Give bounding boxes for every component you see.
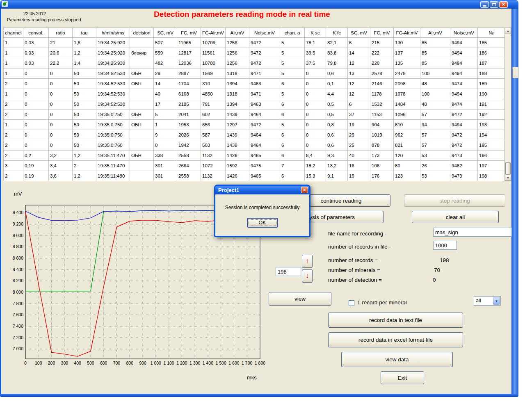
table-row[interactable]: 10,0320,61,219:34:25:920блокир5591281711… [4, 48, 505, 58]
table-cell: 5 [280, 68, 305, 79]
table-cell [130, 99, 154, 110]
column-header: FC-Air,mV [201, 28, 226, 38]
table-cell: 5 [280, 89, 305, 99]
table-cell: 4,4 [326, 89, 348, 99]
table-cell: 16 [348, 161, 370, 171]
table-cell: 21 [49, 38, 73, 48]
table-cell: 2041 [177, 110, 201, 120]
session-complete-dialog: Project1 × Session is completed successf… [214, 185, 310, 237]
dialog-close-button[interactable]: × [301, 187, 308, 193]
table-cell: 195 [478, 140, 505, 151]
close-button[interactable]: × [499, 1, 508, 8]
records-in-file-input[interactable] [433, 241, 457, 250]
table-row[interactable]: 1005019:35:0:750ОБН1195365612979472500,8… [4, 120, 505, 130]
table-cell: 193 [478, 120, 505, 130]
table-row[interactable]: 20,23,21,219:35:11:470ОБН338255811321426… [4, 151, 505, 161]
table-cell: 0 [305, 130, 326, 140]
table-cell: 9472 [249, 38, 280, 48]
dialog-titlebar[interactable]: Project1 × [215, 186, 309, 194]
table-cell: 187 [478, 58, 505, 68]
table-cell: 197 [478, 161, 505, 171]
filter-dropdown[interactable]: all ▼ [474, 296, 501, 306]
table-cell: 507 [154, 38, 177, 48]
table-cell: 0 [23, 68, 49, 79]
scroll-up-button[interactable]: ▲ [505, 28, 511, 34]
table-cell: 0 [23, 110, 49, 120]
table-cell: 1394 [226, 79, 249, 89]
minimize-button[interactable] [480, 1, 489, 8]
window-left-border [0, 9, 1, 394]
table-cell: 821 [394, 140, 420, 151]
table-row[interactable]: 2005019:35:0:7509202658714399464600,6291… [4, 130, 505, 140]
column-header: FC-Air,mV [394, 28, 420, 38]
table-cell: 1426 [226, 171, 249, 181]
view-data-button[interactable]: view data [341, 352, 453, 367]
table-cell: 5 [280, 58, 305, 68]
table-row[interactable]: 1005019:34:52:530406168485013189471504,4… [4, 89, 505, 99]
num-records-label: number of records = [328, 257, 378, 263]
table-cell: 9463 [249, 99, 280, 110]
table-row[interactable]: 1005019:34:52:530ОБН29288715691318947150… [4, 68, 505, 79]
clear-all-button[interactable]: clear all [412, 211, 499, 223]
scroll-down-icon: ▼ [507, 176, 509, 179]
table-row[interactable]: 10,0322,21,419:34:25:9304821203610780125… [4, 58, 505, 68]
table-cell: 220 [370, 58, 394, 68]
table-cell: 17 [154, 99, 177, 110]
table-cell: 50 [73, 89, 96, 99]
table-cell: 0 [305, 79, 326, 89]
table-cell: 48 [420, 99, 450, 110]
table-row[interactable]: 2005019:34:52:530ОБН14170431013949463600… [4, 79, 505, 89]
table-row[interactable]: 2005019:35:0:750ОБН5204160214399464600,5… [4, 110, 505, 120]
table-cell: ОБН [130, 79, 154, 89]
table-cell: 2578 [370, 68, 394, 79]
exit-button[interactable]: Exit [381, 371, 424, 384]
table-cell: 85 [420, 58, 450, 68]
scroll-down-button[interactable]: ▼ [505, 175, 511, 181]
table-cell: 100 [420, 68, 450, 79]
spin-up-button[interactable]: ↑ [302, 255, 313, 268]
table-cell: 503 [201, 140, 226, 151]
table-cell: 559 [154, 48, 177, 58]
stop-reading-button[interactable]: stop reading [404, 194, 505, 207]
record-excel-file-button[interactable]: record data in excel format file [328, 332, 463, 347]
table-cell: 19 [348, 171, 370, 181]
table-row[interactable]: 20,193,61,219:35:11:48030125581132142694… [4, 171, 505, 181]
table-row[interactable]: 2005019:34:52:53017218579113949463600,56… [4, 99, 505, 110]
view-button[interactable]: view [269, 292, 331, 306]
record-index-input[interactable] [276, 267, 301, 276]
record-text-file-button[interactable]: record data in text file [328, 313, 463, 328]
table-cell: 338 [154, 151, 177, 161]
table-cell: 19 [348, 120, 370, 130]
table-cell: 0,2 [23, 151, 49, 161]
column-header: chan. a [280, 28, 305, 38]
maximize-button[interactable] [490, 1, 498, 8]
table-cell: 137 [394, 48, 420, 58]
table-cell: 19:34:52:530 [96, 68, 130, 79]
y-tick-label: 8 800 [13, 244, 23, 249]
file-name-input[interactable] [433, 228, 512, 237]
window-titlebar[interactable]: × [0, 0, 518, 9]
ok-button[interactable]: OK [247, 218, 278, 228]
table-cell: 0,03 [23, 38, 49, 48]
table-row[interactable]: 10,03211,819:34:25:920507119651070912569… [4, 38, 505, 48]
table-cell: 40 [348, 151, 370, 161]
table-cell: 301 [154, 161, 177, 171]
table-row[interactable]: 30,193,4219:35:11:4703012664107215929475… [4, 161, 505, 171]
table-cell: 19:34:52:530 [96, 79, 130, 89]
column-header: № [478, 28, 505, 38]
table-row[interactable]: 2005019:35:0:7600194250314399464600,6258… [4, 140, 505, 151]
scrollbar-thumb[interactable] [505, 162, 511, 175]
table-cell: 130 [394, 38, 420, 48]
form-scrollbar-thumb[interactable] [512, 67, 518, 78]
table-cell: 2185 [177, 99, 201, 110]
parameters-table[interactable]: channelconvol.ratiotauh/min/s/msdecision… [3, 27, 505, 181]
table-cell: 6 [280, 79, 305, 89]
table-cell: 0,19 [23, 161, 49, 171]
table-cell: 25 [348, 140, 370, 151]
one-record-checkbox[interactable] [349, 300, 354, 306]
spin-down-button[interactable]: ↓ [302, 269, 313, 283]
table-cell: 50 [73, 110, 96, 120]
table-scrollbar[interactable]: ▲ ▼ [504, 27, 511, 181]
minimize-icon [483, 5, 486, 7]
table-cell: 301 [154, 171, 177, 181]
